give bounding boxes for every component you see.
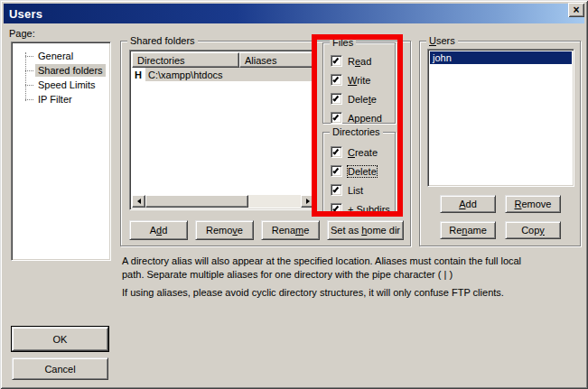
rename-user-button[interactable]: Rename <box>440 221 496 239</box>
directories-group-label: Directories <box>330 126 383 137</box>
remove-user-button[interactable]: Remove <box>505 195 561 213</box>
window-title: Users <box>9 7 42 21</box>
subdirs-checkbox-row: + Subdirs <box>331 203 390 215</box>
scroll-left-icon <box>137 199 141 204</box>
check-icon <box>332 95 339 101</box>
user-row-john[interactable]: john <box>430 51 572 64</box>
page-tree: General Shared folders Speed Limits IP F… <box>14 49 108 107</box>
write-label: Write <box>348 75 370 86</box>
column-header-directories[interactable]: Directories <box>132 52 239 68</box>
alias-help-text: A directory alias will also appear at th… <box>122 255 588 301</box>
users-listbox[interactable]: john <box>427 49 574 187</box>
subdirs-checkbox[interactable] <box>331 203 342 215</box>
copy-user-button[interactable]: Copy <box>505 221 561 239</box>
home-flag: H <box>132 69 145 80</box>
read-label: Read <box>348 56 371 67</box>
horizontal-scrollbar[interactable] <box>132 195 314 208</box>
help-line: path. Separate multiple aliases for one … <box>122 269 588 282</box>
create-label: Create <box>348 147 378 158</box>
scroll-right-button[interactable] <box>301 195 314 208</box>
create-checkbox-row: Create <box>331 146 378 158</box>
shared-folders-group-label: Shared folders <box>127 35 198 46</box>
check-icon <box>332 205 339 211</box>
subdirs-label: + Subdirs <box>348 204 390 215</box>
remove-directory-button[interactable]: Remove <box>195 220 254 240</box>
help-line: A directory alias will also appear at th… <box>122 255 588 269</box>
read-checkbox-row: Read <box>331 55 371 67</box>
users-group: Users john Add Remove Rename Copy <box>419 41 581 246</box>
page-listbox[interactable]: General Shared folders Speed Limits IP F… <box>11 42 111 261</box>
title-bar[interactable]: Users <box>4 4 584 23</box>
directory-path: C:\xampp\htdocs <box>145 68 314 81</box>
create-checkbox[interactable] <box>331 146 342 158</box>
scrollbar-track[interactable] <box>248 195 301 208</box>
page-item-speed-limits[interactable]: Speed Limits <box>14 78 108 92</box>
check-icon <box>332 114 339 120</box>
delete-dir-checkbox-row: Delete <box>331 165 377 177</box>
ok-button[interactable]: OK <box>12 327 108 351</box>
list-checkbox[interactable] <box>331 184 342 196</box>
read-checkbox[interactable] <box>331 55 342 67</box>
page-item-shared-folders[interactable]: Shared folders <box>14 63 108 78</box>
delete-dir-label: Delete <box>348 166 377 177</box>
check-icon <box>332 186 339 192</box>
list-label: List <box>348 185 363 196</box>
close-icon: × <box>573 5 579 15</box>
close-button[interactable]: × <box>568 3 584 17</box>
page-label: Page: <box>9 28 35 39</box>
add-user-button[interactable]: Add <box>440 195 496 213</box>
check-icon <box>332 167 339 173</box>
delete-file-checkbox[interactable] <box>331 93 342 105</box>
cancel-button[interactable]: Cancel <box>12 357 108 380</box>
listview-header: Directories Aliases <box>132 52 314 68</box>
list-checkbox-row: List <box>331 184 363 196</box>
files-group-label: Files <box>330 37 356 48</box>
check-icon <box>332 57 339 63</box>
help-line: If using aliases, please avoid cyclic di… <box>122 287 588 301</box>
add-directory-button[interactable]: Add <box>129 220 188 240</box>
delete-dir-checkbox[interactable] <box>331 165 342 177</box>
write-checkbox[interactable] <box>331 74 342 86</box>
scrollbar-thumb[interactable] <box>145 195 248 208</box>
delete-file-label: Delete <box>348 94 377 105</box>
files-permissions-group: Files Read Write Delete Append <box>322 42 396 124</box>
directory-row[interactable]: H C:\xampp\htdocs <box>132 68 314 81</box>
scroll-right-icon <box>306 199 310 204</box>
check-icon <box>332 148 339 154</box>
user-name: john <box>433 52 452 63</box>
write-checkbox-row: Write <box>331 74 370 86</box>
page-item-general[interactable]: General <box>14 49 108 63</box>
users-group-label: Users <box>426 35 458 46</box>
directories-listview[interactable]: Directories Aliases H C:\xampp\htdocs <box>129 50 317 210</box>
shared-folder-buttons: Add Remove Rename Set as home dir <box>129 220 404 240</box>
page-item-ip-filter[interactable]: IP Filter <box>14 92 108 107</box>
check-icon <box>332 76 339 82</box>
append-checkbox[interactable] <box>331 112 342 124</box>
user-buttons: Add Remove Rename Copy <box>440 195 561 239</box>
column-header-aliases[interactable]: Aliases <box>239 52 314 68</box>
users-dialog: Users × Page: General Shared folders Spe… <box>0 0 588 389</box>
delete-file-checkbox-row: Delete <box>331 93 377 105</box>
set-as-home-dir-button[interactable]: Set as home dir <box>327 220 404 240</box>
directories-permissions-group: Directories Create Delete List + Subdirs <box>322 132 396 215</box>
append-label: Append <box>348 113 382 124</box>
append-checkbox-row: Append <box>331 112 382 124</box>
rename-directory-button[interactable]: Rename <box>261 220 320 240</box>
scroll-left-button[interactable] <box>132 195 145 208</box>
